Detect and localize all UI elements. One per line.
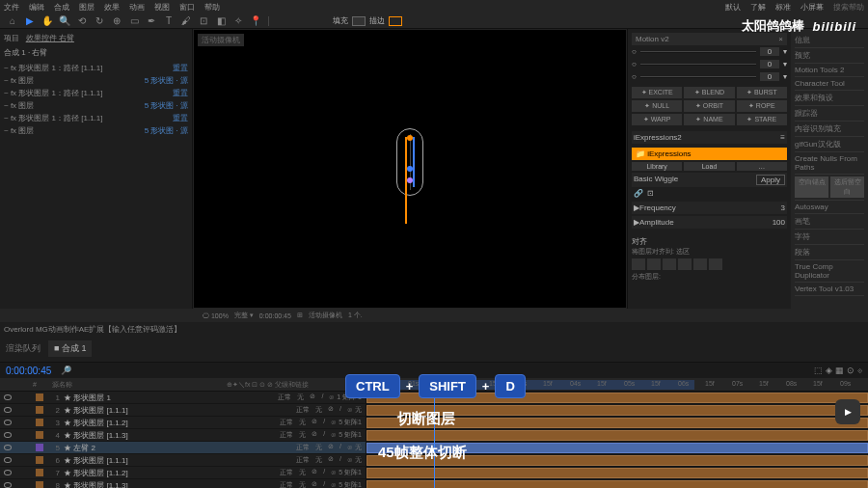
comp-tab[interactable]: ■ 合成 1	[48, 340, 92, 357]
color-tag[interactable]	[36, 431, 43, 439]
panel-tab[interactable]: 段落	[795, 245, 864, 260]
color-tag[interactable]	[36, 393, 43, 401]
motion-rope-button[interactable]: ✦ ROPE	[737, 100, 787, 112]
iexp-load-tab[interactable]: Load	[684, 162, 734, 171]
eraser-tool-icon[interactable]: ◧	[214, 14, 228, 28]
tl-tool-icon[interactable]: ⬚	[814, 366, 823, 375]
motion-burst-button[interactable]: ✦ BURST	[737, 87, 787, 98]
align-center-icon[interactable]	[647, 258, 661, 270]
rotate-tool-icon[interactable]: ↻	[93, 14, 106, 28]
panel-tab[interactable]: 字符	[795, 230, 864, 245]
iexp-library-tab[interactable]: Library	[632, 162, 682, 171]
menu-anim[interactable]: 动画	[129, 2, 145, 13]
anchor-tool-icon[interactable]: ⊕	[110, 14, 123, 28]
menu-view[interactable]: 视图	[154, 2, 170, 13]
visibility-icon[interactable]	[4, 407, 12, 413]
clip[interactable]	[366, 468, 868, 478]
menu-file[interactable]: 文件	[4, 2, 19, 13]
home-icon[interactable]: ⌂	[6, 14, 19, 28]
track[interactable]	[366, 429, 868, 442]
layer-name[interactable]: ★ 形状图层 1	[64, 393, 278, 403]
layer-row[interactable]: 6★ 形状图层 [1.1.1]正常无⊘/⊙ 无	[0, 454, 366, 467]
color-tag[interactable]	[36, 406, 43, 414]
menu-window[interactable]: 窗口	[179, 2, 195, 13]
track[interactable]	[366, 467, 868, 479]
slider-track[interactable]	[640, 64, 756, 66]
src-col[interactable]: 源名称	[52, 380, 227, 390]
panel-tab[interactable]: Character Tool	[795, 77, 864, 91]
panel-tab[interactable]: 信息	[795, 33, 864, 48]
panel-tab[interactable]: 内容识别填充	[795, 122, 864, 137]
float-play-button[interactable]: ▶	[835, 399, 860, 424]
motion-blend-button[interactable]: ✦ BLEND	[684, 87, 734, 98]
clip[interactable]	[366, 430, 868, 441]
layer-name[interactable]: ★ 形状图层 [1.1.2]	[64, 418, 280, 428]
track[interactable]	[366, 479, 868, 488]
close-icon[interactable]: ×	[778, 35, 783, 43]
menu-effect[interactable]: 效果	[104, 2, 120, 13]
render-queue-tab[interactable]: 渲染队列	[6, 342, 41, 355]
prop-value[interactable]: 5 形状图 · 源	[145, 100, 188, 111]
panel-tab[interactable]: 效果和预设	[795, 91, 864, 106]
layer-name[interactable]: ★ 形状图层 [1.1.3]	[64, 430, 280, 441]
motion-orbit-button[interactable]: ✦ ORBIT	[684, 100, 734, 112]
prop-value[interactable]: 重置	[173, 88, 188, 98]
null-btn-2[interactable]: 选后留空白	[830, 176, 864, 198]
motion-name-button[interactable]: ✦ NAME	[684, 114, 734, 125]
color-tag[interactable]	[36, 419, 43, 426]
link-icon[interactable]: 🔗	[634, 189, 643, 198]
align-mid-icon[interactable]	[693, 258, 707, 270]
visibility-icon[interactable]	[4, 482, 12, 488]
brush-tool-icon[interactable]: 🖌	[179, 14, 193, 28]
slider-opt-icon[interactable]: ▾	[783, 72, 787, 81]
panel-tab[interactable]: Autosway	[795, 201, 864, 214]
stroke-swatch[interactable]	[389, 16, 402, 26]
tl-tool-icon[interactable]: ◈	[826, 366, 832, 375]
tl-tool-icon[interactable]: ▦	[835, 366, 844, 375]
layer-row[interactable]: 3★ 形状图层 [1.1.2]正常无⊘/⊙ 5 矩阵1	[0, 417, 366, 429]
slider-value[interactable]: 0	[760, 72, 779, 81]
tl-tool-icon[interactable]: ⟐	[857, 366, 862, 375]
color-tag[interactable]	[36, 481, 43, 488]
zoom-value[interactable]: 🖵 100%	[203, 312, 229, 319]
orbit-tool-icon[interactable]: ⟲	[75, 14, 89, 28]
stamp-tool-icon[interactable]: ⊡	[197, 14, 210, 28]
prop-value[interactable]: 重置	[173, 63, 188, 73]
key-icon[interactable]: ⊡	[647, 189, 654, 198]
panel-tab[interactable]: 跟踪器	[795, 106, 864, 122]
freq-value[interactable]: 3	[781, 203, 785, 212]
hand-tool-icon[interactable]: ✋	[41, 14, 54, 28]
layer-name[interactable]: ★ 形状图层 [1.1.1]	[64, 405, 296, 416]
layer-row[interactable]: 4★ 形状图层 [1.1.3]正常无⊘/⊙ 5 矩阵1	[0, 429, 366, 442]
null-btn-1[interactable]: 空白锚点	[795, 176, 828, 198]
panel-tab[interactable]: 画笔	[795, 214, 864, 230]
layer-row[interactable]: 8★ 形状图层 [1.1.3]正常无⊘/⊙ 5 矩阵1	[0, 479, 366, 488]
prop-name[interactable]: ~ fx 图层	[4, 75, 145, 86]
zoom-tool-icon[interactable]: 🔍	[58, 14, 71, 28]
menu-layer[interactable]: 图层	[79, 2, 95, 13]
workspace-default[interactable]: 默认	[725, 2, 741, 13]
view-count[interactable]: 1 个.	[348, 311, 363, 320]
prop-value[interactable]: 5 形状图 · 源	[145, 125, 188, 136]
slider-opt-icon[interactable]: ▾	[783, 60, 787, 68]
prop-name[interactable]: ~ fx 图层	[4, 100, 145, 111]
color-tag[interactable]	[36, 444, 43, 451]
pen-tool-icon[interactable]: ✒	[145, 14, 158, 28]
align-right-icon[interactable]	[663, 258, 676, 270]
menu-edit[interactable]: 编辑	[29, 2, 44, 13]
motion-stare-button[interactable]: ✦ STARE	[737, 114, 787, 125]
resolution-dropdown[interactable]: 完整 ▾	[234, 311, 254, 320]
panel-tab[interactable]: True Comp Duplicator	[795, 260, 864, 283]
prop-value[interactable]: 5 形状图 · 源	[145, 75, 188, 86]
layer-name[interactable]: ★ 形状图层 [1.1.2]	[64, 468, 280, 478]
tl-tool-icon[interactable]: ⊙	[847, 366, 854, 375]
timecode[interactable]: 0:00:00:45	[6, 366, 51, 376]
project-tab[interactable]: 项目	[4, 34, 19, 42]
visibility-icon[interactable]	[4, 457, 12, 463]
layer-name[interactable]: ★ 形状图层 [1.1.3]	[64, 480, 280, 489]
prop-name[interactable]: ~ fx 形状图层 1：路径 [1.1.1]	[4, 63, 173, 73]
prop-name[interactable]: ~ fx 图层	[4, 125, 145, 136]
selection-tool-icon[interactable]: ▶	[23, 14, 37, 28]
iexp-more-tab[interactable]: …	[737, 162, 787, 171]
visibility-icon[interactable]	[4, 420, 12, 425]
